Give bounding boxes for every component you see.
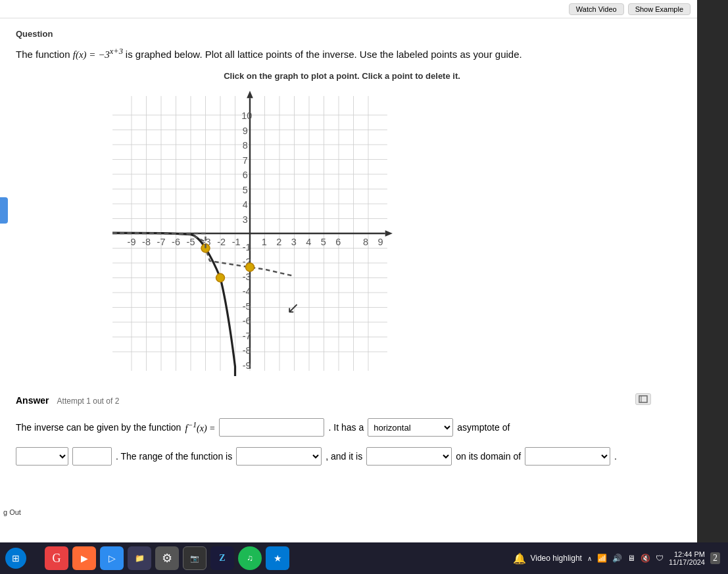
function-curve xyxy=(112,233,235,376)
svg-text:1: 1 xyxy=(262,237,267,247)
video-highlight-notification[interactable]: 🔔 Video highlight xyxy=(513,552,582,565)
video-highlight-label: Video highlight xyxy=(530,554,582,563)
svg-text:5: 5 xyxy=(321,237,326,247)
and-it-is-text: , and it is xyxy=(326,451,362,462)
svg-text:-1: -1 xyxy=(232,237,241,247)
answer-header: Answer Attempt 1 out of 2 xyxy=(16,395,681,406)
svg-text:3: 3 xyxy=(291,237,297,247)
function-notation: f(x) = −3x+3 xyxy=(73,49,126,60)
taskbar-date: 11/17/2024 xyxy=(669,558,705,566)
inverse-function-notation: f−1(x) = xyxy=(185,421,215,434)
logout-button[interactable]: g Out xyxy=(3,508,21,516)
svg-text:8: 8 xyxy=(363,237,368,247)
range-select[interactable]: all reals (−∞,0) (0,∞) xyxy=(236,447,322,466)
svg-text:-2: -2 xyxy=(217,237,226,247)
inverse-text: The inverse can be given by the function xyxy=(16,422,181,433)
period-text: . xyxy=(614,451,617,462)
it-has-a-text: . It has a xyxy=(328,422,364,433)
app-icon-spotify[interactable]: ♫ xyxy=(238,546,262,570)
point-neg2-neg3[interactable] xyxy=(216,274,225,282)
svg-text:-7: -7 xyxy=(243,331,251,341)
spotify-icon: ♫ xyxy=(247,553,253,563)
svg-text:10: 10 xyxy=(241,110,252,121)
svg-text:4: 4 xyxy=(243,199,248,210)
svg-text:-8: -8 xyxy=(243,345,251,356)
taskbar-time: 12:44 PM xyxy=(669,550,705,558)
app-icon-6[interactable]: 📷 xyxy=(183,546,206,570)
app-icon-4[interactable]: 📁 xyxy=(128,546,151,570)
question-section: Question The function f(x) = −3x+3 is gr… xyxy=(0,18,697,72)
header-bar: Watch Video Show Example xyxy=(0,0,697,18)
domain-text: on its domain of xyxy=(456,451,521,462)
answer-row2: y = x = . The range of the function is a… xyxy=(16,447,681,466)
battery-icon: 2 xyxy=(710,552,720,564)
graph-instruction: Click on the graph to plot a point. Clic… xyxy=(184,71,500,81)
svg-text:8: 8 xyxy=(243,140,248,151)
svg-marker-37 xyxy=(247,91,253,98)
taskbar-right: 🔔 Video highlight ∧ 📶 🔊 🖥 🔇 🛡 12:44 PM 1… xyxy=(505,550,728,566)
windows-start-button[interactable]: ⊞ xyxy=(5,548,26,569)
left-panel-indicator[interactable] xyxy=(0,197,8,224)
svg-text:-3: -3 xyxy=(243,272,251,282)
show-example-button[interactable]: Show Example xyxy=(628,3,691,15)
svg-text:-7: -7 xyxy=(157,237,166,247)
asymptote-text: asymptote of xyxy=(457,422,510,433)
svg-text:-1: -1 xyxy=(243,242,251,252)
answer-row1: The inverse can be given by the function… xyxy=(16,418,681,437)
svg-text:9: 9 xyxy=(377,237,383,247)
asymptote-type-select[interactable]: horizontal vertical oblique xyxy=(368,418,453,437)
side-panel xyxy=(697,0,728,552)
mute-icon[interactable]: 🔇 xyxy=(641,554,650,563)
svg-text:7: 7 xyxy=(243,155,248,166)
asymptote-direction-select[interactable]: y = x = xyxy=(16,447,68,466)
svg-text:5: 5 xyxy=(243,185,248,195)
coordinate-graph[interactable]: -9 -8 -7 -6 -5 -3 -2 -1 1 2 3 4 5 6 8 9 … xyxy=(92,85,408,381)
svg-text:-9: -9 xyxy=(243,360,251,371)
sound-icon[interactable]: 🔊 xyxy=(612,554,622,563)
svg-text:6: 6 xyxy=(335,237,341,247)
behavior-select[interactable]: increasing decreasing xyxy=(366,447,452,466)
app-icon-1[interactable]: G xyxy=(45,546,68,570)
app-icon-3[interactable]: ▷ xyxy=(100,546,124,570)
app-1-icon: G xyxy=(53,552,61,565)
asymptote-value-input[interactable] xyxy=(72,447,112,466)
question-text-part2: is graphed below. Plot all lattice point… xyxy=(126,49,522,60)
taskbar-time-date: 12:44 PM 11/17/2024 xyxy=(669,550,705,566)
svg-text:-9: -9 xyxy=(128,237,136,247)
svg-text:-5: -5 xyxy=(187,237,195,247)
svg-text:4: 4 xyxy=(306,237,311,247)
app-icon-star[interactable]: ★ xyxy=(266,546,289,570)
notification-bell-icon: 🔔 xyxy=(513,552,526,565)
graph-container[interactable]: -9 -8 -7 -6 -5 -3 -2 -1 1 2 3 4 5 6 8 9 … xyxy=(92,85,408,381)
svg-text:-6: -6 xyxy=(172,237,180,247)
app-icon-7[interactable]: Z xyxy=(210,546,234,570)
cursor-arrow: ↙ xyxy=(287,300,299,316)
svg-text:3: 3 xyxy=(243,214,248,225)
watch-video-button[interactable]: Watch Video xyxy=(569,3,624,15)
attempt-label: Attempt 1 out of 2 xyxy=(57,396,120,406)
domain-select[interactable]: all reals (−∞,0) (0,∞) xyxy=(525,447,610,466)
question-label: Question xyxy=(16,29,681,39)
app-7-icon: Z xyxy=(219,553,225,563)
taskbar-left: ⊞ xyxy=(0,548,32,569)
screen-icon: 🖥 xyxy=(627,554,635,563)
app-icon-5[interactable]: ⚙ xyxy=(155,546,179,570)
svg-text:-4: -4 xyxy=(243,286,251,297)
answer-section: Answer Attempt 1 out of 2 The inverse ca… xyxy=(0,395,697,466)
expand-arrow-icon[interactable]: ∧ xyxy=(587,555,592,562)
svg-text:6: 6 xyxy=(243,170,248,180)
network-icon: 📶 xyxy=(597,554,607,563)
windows-icon: ⊞ xyxy=(12,553,20,564)
app-icon-2[interactable]: ▶ xyxy=(72,546,96,570)
point-0-neg3[interactable] xyxy=(246,263,255,272)
svg-text:-6: -6 xyxy=(243,316,251,326)
main-panel: Watch Video Show Example Question The fu… xyxy=(0,0,697,552)
app-6-icon: 📷 xyxy=(190,554,199,563)
taskbar: ⊞ G ▶ ▷ 📁 ⚙ 📷 Z ♫ ★ 🔔 xyxy=(0,542,728,574)
app-4-icon: 📁 xyxy=(135,554,145,563)
svg-text:-5: -5 xyxy=(243,301,251,312)
svg-marker-35 xyxy=(385,230,393,237)
inverse-function-input[interactable] xyxy=(219,418,324,437)
svg-text:2: 2 xyxy=(276,237,281,247)
taskbar-center: G ▶ ▷ 📁 ⚙ 📷 Z ♫ ★ xyxy=(45,546,289,570)
